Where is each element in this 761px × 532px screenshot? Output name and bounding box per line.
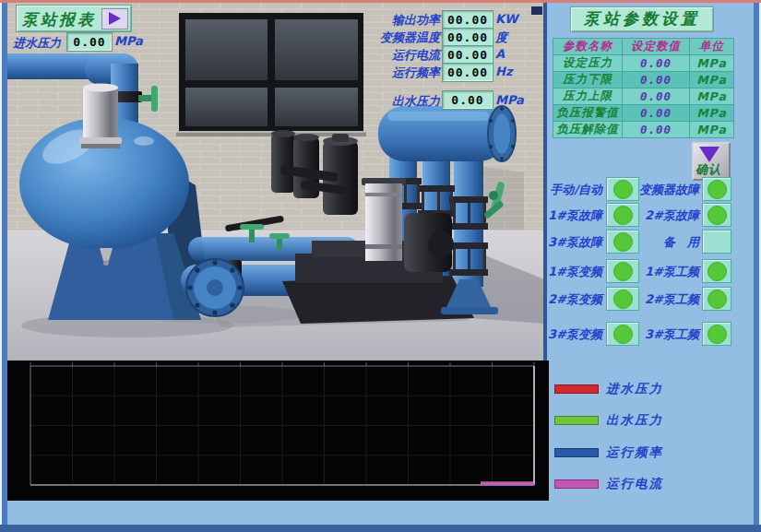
param-row-set-pressure: 设定压力 0.00 MPa <box>553 55 734 72</box>
window-left-border <box>0 0 7 532</box>
inlet-pressure-unit: MPa <box>114 34 143 48</box>
status-lamp-pump1-mains <box>702 259 731 283</box>
lamp-on-dot <box>613 232 633 252</box>
lamp-on-dot <box>707 325 727 344</box>
window-bottom-border <box>0 525 761 532</box>
lamp-on-dot <box>613 180 633 199</box>
param-unit: MPa <box>690 55 734 72</box>
window-right-border <box>754 0 761 532</box>
output-power-label: 输出功率 <box>392 12 440 29</box>
status-lamp-spare <box>702 230 731 254</box>
confirm-button[interactable]: 确认 <box>692 142 731 181</box>
status-lamp-pump2-vfd <box>606 287 639 311</box>
status-label-pump3-vfd: 3#泵变频 <box>548 326 602 343</box>
lamp-on-dot <box>707 290 727 309</box>
param-value[interactable]: 0.00 <box>623 72 690 89</box>
status-lamp-pump3-mains <box>702 322 731 346</box>
trend-chart-canvas <box>7 361 549 501</box>
param-row-vacuum-release: 负压解除值 0.00 MPa <box>553 122 734 138</box>
param-table: 参数名称 设定数值 单位 设定压力 0.00 MPa 压力下限 0.00 MPa… <box>553 38 734 138</box>
running-current-value: 00.00 <box>442 45 493 65</box>
param-unit: MPa <box>690 89 734 105</box>
inlet-pressure-value: 0.00 <box>66 32 113 52</box>
param-value[interactable]: 0.00 <box>623 89 690 105</box>
outlet-pressure-value: 0.00 <box>442 90 493 110</box>
status-label-pump1-fault: 1#泵故障 <box>548 207 602 224</box>
output-power-value: 00.00 <box>442 10 493 30</box>
running-frequency-label: 运行频率 <box>392 65 440 81</box>
legend-swatch-inlet-pressure <box>554 384 599 394</box>
vfd-temperature-label: 变频器温度 <box>380 30 440 46</box>
param-row-pressure-high-limit: 压力上限 0.00 MPa <box>553 89 734 105</box>
lamp-on-dot <box>707 206 727 225</box>
running-current-unit: A <box>495 47 505 61</box>
status-label-pump1-mains: 1#泵工频 <box>645 264 699 280</box>
param-table-header: 参数名称 设定数值 单位 <box>553 39 734 55</box>
status-label-pump2-fault: 2#泵故障 <box>645 207 699 224</box>
status-lamp-vfd-fault <box>702 177 731 201</box>
status-lamp-pump3-vfd <box>606 322 639 346</box>
status-label-spare: 备 用 <box>663 234 699 251</box>
lamp-on-dot <box>707 262 727 281</box>
trend-chart <box>7 361 549 501</box>
lamp-on-dot <box>707 180 727 199</box>
lamp-on-dot <box>613 262 633 281</box>
status-label-vfd-fault: 变频器故障 <box>639 182 699 198</box>
legend-label-inlet-pressure: 进水压力 <box>606 381 663 397</box>
confirm-triangle-icon <box>699 147 719 162</box>
param-header-name: 参数名称 <box>553 39 623 55</box>
panel-divider <box>543 3 547 361</box>
param-header-value: 设定数值 <box>623 39 690 55</box>
status-label-pump1-vfd: 1#泵变频 <box>548 264 602 280</box>
param-row-pressure-low-limit: 压力下限 0.00 MPa <box>553 72 734 89</box>
param-name: 压力上限 <box>553 89 623 105</box>
factory-window <box>176 13 366 136</box>
param-unit: MPa <box>690 72 734 89</box>
outlet-pressure-unit: MPa <box>495 93 524 107</box>
running-frequency-unit: Hz <box>495 65 512 78</box>
status-lamp-pump3-fault <box>606 230 639 254</box>
param-panel-title: 泵站参数设置 <box>570 6 714 32</box>
report-button-label: 泵站报表 <box>22 9 96 30</box>
legend-swatch-outlet-pressure <box>554 416 599 425</box>
status-label-pump3-mains: 3#泵工频 <box>645 326 699 343</box>
status-lamp-pump1-vfd <box>606 259 639 283</box>
param-value[interactable]: 0.00 <box>623 55 690 72</box>
legend-label-running-current: 运行电流 <box>606 476 663 492</box>
running-frequency-value: 00.00 <box>442 63 493 82</box>
param-header-unit: 单位 <box>690 39 734 55</box>
status-label-pump2-mains: 2#泵工频 <box>645 291 699 308</box>
lamp-on-dot <box>613 290 633 309</box>
lamp-on-dot <box>613 206 633 225</box>
pump-station-hmi-window: 泵站报表 进水压力 0.00 MPa 输出功率 00.00 KW 变频器温度 0… <box>0 0 761 532</box>
status-label-pump3-fault: 3#泵故障 <box>548 234 602 251</box>
status-lamp-pump2-fault <box>702 203 731 227</box>
play-triangle <box>109 12 121 25</box>
lamp-on-dot <box>613 325 633 344</box>
param-value[interactable]: 0.00 <box>623 122 690 138</box>
status-lamp-manual-auto[interactable] <box>606 177 639 201</box>
vfd-temperature-unit: 度 <box>495 30 507 46</box>
status-label-manual-auto: 手动/自动 <box>550 182 602 198</box>
legend-swatch-running-current <box>554 479 599 489</box>
outlet-pressure-label: 出水压力 <box>392 93 440 110</box>
play-icon[interactable] <box>101 8 128 30</box>
inlet-pressure-label: 进水压力 <box>13 35 61 52</box>
status-label-pump2-vfd: 2#泵变频 <box>548 291 602 308</box>
legend-label-outlet-pressure: 出水压力 <box>606 412 663 429</box>
param-name: 负压解除值 <box>553 122 623 138</box>
output-power-unit: KW <box>495 12 517 26</box>
legend-swatch-running-frequency <box>554 448 599 457</box>
window-top-border <box>0 0 761 3</box>
param-name: 负压报警值 <box>553 105 623 122</box>
param-name: 压力下限 <box>553 72 623 89</box>
param-value[interactable]: 0.00 <box>623 105 690 122</box>
vfd-temperature-value: 00.00 <box>442 28 493 47</box>
legend-label-running-frequency: 运行频率 <box>606 444 663 461</box>
status-lamp-pump2-mains <box>702 287 731 311</box>
report-button[interactable]: 泵站报表 <box>16 5 132 32</box>
param-name: 设定压力 <box>553 55 623 72</box>
confirm-button-label: 确认 <box>696 161 721 178</box>
param-row-vacuum-alarm: 负压报警值 0.00 MPa <box>553 105 734 122</box>
param-unit: MPa <box>690 105 734 122</box>
